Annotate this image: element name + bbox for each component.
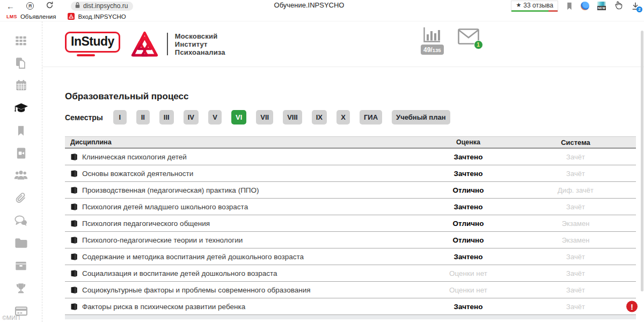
mail-button[interactable]: 1: [458, 28, 479, 47]
refresh-icon[interactable]: [46, 1, 54, 11]
bookmark-login[interactable]: Вход.INPSYCHO: [68, 13, 126, 20]
instudy-logo-bar: [77, 54, 95, 57]
archive-box-icon: [14, 260, 27, 272]
semester-button[interactable]: VI: [231, 110, 246, 125]
sidebar-item-attachments[interactable]: [0, 187, 42, 209]
semester-button[interactable]: II: [136, 110, 150, 125]
chat-icon: [14, 214, 28, 227]
semester-button[interactable]: VII: [256, 110, 273, 125]
video-file-icon: [14, 147, 28, 160]
sidebar-item-dashboard[interactable]: [0, 30, 42, 52]
system-value: Зачёт: [515, 203, 636, 211]
semester-button[interactable]: III: [159, 110, 174, 125]
table-row[interactable]: Клиническая психология детей Зачтено Зач…: [65, 149, 636, 165]
grade-value: Оценки нет: [421, 286, 515, 294]
table-row[interactable]: Содержание и методика воспитания детей д…: [65, 248, 636, 265]
lms-icon: LMS: [6, 14, 17, 19]
browser-extension-icon[interactable]: [581, 2, 589, 10]
semester-button[interactable]: V: [208, 110, 222, 125]
reviews-label: 33 отзыва: [523, 2, 553, 9]
grade-value: Зачтено: [421, 170, 515, 178]
header-divider: [167, 33, 168, 55]
rating-bar: [511, 10, 558, 12]
table-row[interactable]: Психолого-педагогические теории и технол…: [65, 232, 636, 248]
grade-value: Зачтено: [421, 153, 515, 161]
progress-stats-button[interactable]: 49/135: [421, 26, 444, 55]
yandex-icon[interactable]: Я: [26, 2, 34, 10]
semester-list: Семестры IIIIIIIVVVIVIIVIIIIXXГИАУчебный…: [65, 110, 636, 125]
table-row[interactable]: Производственная (педагогическая) практи…: [65, 182, 636, 199]
sidebar-item-groups[interactable]: [0, 165, 42, 187]
downloads-button[interactable]: 2: [631, 2, 640, 11]
back-icon[interactable]: ←: [6, 2, 14, 10]
sidebar-item-calendar[interactable]: [0, 75, 42, 97]
paperclip-icon: [14, 192, 27, 204]
new-extension-icon[interactable]: NEW: [597, 2, 606, 10]
semester-button[interactable]: VIII: [283, 110, 302, 125]
book-icon: [70, 220, 78, 227]
sidebar-item-video[interactable]: [0, 142, 42, 165]
book-icon: [70, 153, 78, 160]
grade-value: Отлично: [421, 236, 515, 244]
table-row[interactable]: Социокультурные факторы и проблемы совре…: [65, 282, 636, 298]
column-grade: Оценка: [421, 138, 515, 146]
sidebar-item-documents[interactable]: [0, 52, 42, 75]
semester-button[interactable]: Учебный план: [392, 110, 450, 125]
semester-button[interactable]: ГИА: [360, 110, 382, 125]
table-row[interactable]: Социализация и воспитание детей дошкольн…: [65, 265, 636, 282]
semester-button[interactable]: IX: [312, 110, 327, 125]
book-icon: [70, 187, 78, 194]
copyright-label: ©МИП: [2, 314, 20, 321]
discipline-label: Психология педагогического общения: [82, 219, 210, 228]
page-title: Образовательный процесс: [65, 91, 636, 102]
star-icon: ★: [516, 2, 521, 9]
book-icon: [70, 287, 78, 294]
site-header: InStudy Московский Институт Психоанализа…: [42, 21, 644, 67]
sidebar-item-bookmarks[interactable]: [0, 120, 42, 142]
discipline-label: Психология детей младшего школьного возр…: [82, 203, 248, 211]
semester-button[interactable]: X: [336, 110, 350, 125]
sidebar-item-education-active[interactable]: [0, 97, 42, 120]
url-text: dist.inpsycho.ru: [83, 2, 128, 10]
address-bar[interactable]: dist.inpsycho.ru: [71, 2, 133, 11]
grade-value: Отлично: [421, 219, 515, 228]
column-discipline: Дисциплина: [65, 138, 421, 146]
folder-icon: [14, 237, 28, 249]
table-row[interactable]: Основы вожатской деятельности Зачтено За…: [65, 165, 636, 182]
table-body: Клиническая психология детей Зачтено Зач…: [65, 149, 636, 315]
documents-icon: [14, 56, 28, 70]
reviews-widget[interactable]: ★ 33 отзыва: [511, 1, 558, 12]
scrollbar[interactable]: [641, 31, 643, 291]
hand-extension-icon[interactable]: [614, 1, 623, 12]
system-value: Зачёт: [515, 269, 636, 277]
sidebar-item-achievements[interactable]: [0, 277, 42, 299]
grades-table: Дисциплина Оценка Система Клиническая пс…: [65, 136, 636, 319]
grade-value: Зачтено: [421, 303, 515, 311]
instudy-logo[interactable]: InStudy: [65, 32, 120, 57]
downloads-badge: 2: [636, 6, 642, 12]
institute-name: Московский Институт Психоанализа: [175, 32, 225, 56]
semester-button[interactable]: IV: [184, 110, 199, 125]
discipline-label: Социализация и воспитание детей дошкольн…: [82, 269, 277, 277]
discipline-label: Содержание и методика воспитания детей д…: [82, 253, 304, 261]
bookmark-announcements[interactable]: LMS Объявления: [6, 13, 56, 20]
users-icon: [14, 169, 28, 182]
sidebar-item-files[interactable]: [0, 232, 42, 254]
sidebar-item-archive[interactable]: [0, 254, 42, 277]
discipline-label: Основы вожатской деятельности: [82, 170, 193, 178]
table-header: Дисциплина Оценка Система: [65, 136, 636, 149]
mip-favicon: [68, 13, 75, 20]
table-row[interactable]: Психология педагогического общения Отлич…: [65, 215, 636, 232]
book-icon: [70, 237, 78, 244]
semester-button[interactable]: I: [113, 110, 127, 125]
bar-chart-icon: [422, 26, 442, 43]
system-value: Зачёт: [515, 170, 636, 178]
system-value: Диф. зачёт: [515, 186, 636, 194]
discipline-label: Психолого-педагогические теории и технол…: [82, 236, 243, 244]
bookmark-flag-icon[interactable]: [566, 2, 573, 10]
table-row[interactable]: Психология детей младшего школьного возр…: [65, 199, 636, 215]
alert-icon[interactable]: !: [626, 301, 638, 312]
sidebar-item-messages[interactable]: [0, 209, 42, 232]
system-value: Экзамен: [515, 236, 636, 244]
table-row[interactable]: Факторы риска в психическом развитии реб…: [65, 298, 636, 315]
